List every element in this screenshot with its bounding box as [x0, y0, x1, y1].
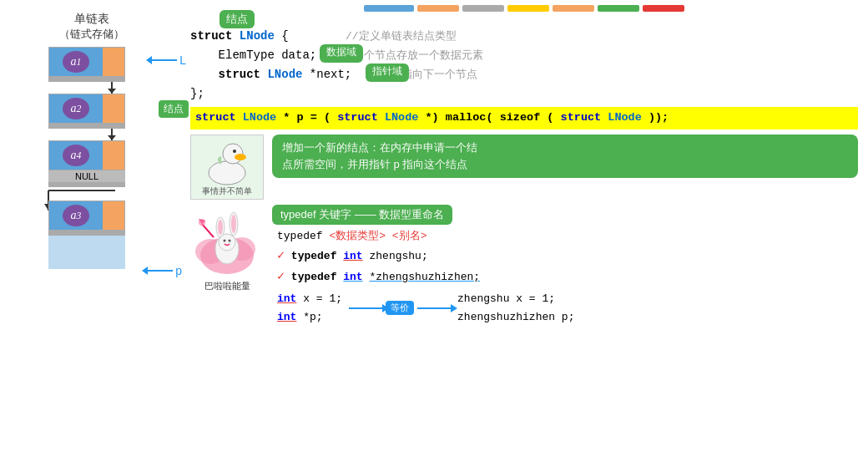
svg-point-17 [229, 239, 231, 241]
zhengshu-lines: zhengshu x = 1; zhengshuzhizhen p; [457, 290, 574, 327]
typedef-section: 巴啦啦能量 typedef 关键字 —— 数据型重命名 typedef <数据类… [190, 205, 858, 327]
right-panel: 结点 struct LNode { //定义单链表结点类型 ElemType d… [184, 0, 868, 457]
node-a1: a1 L [48, 47, 140, 77]
svg-point-15 [219, 234, 235, 251]
node-a3-label: a3 [63, 205, 89, 226]
zhengshu-line1: zhengshu x = 1; [457, 290, 574, 308]
node-a3: a3 [48, 201, 140, 231]
struct-line4: }; [190, 84, 858, 104]
svg-point-5 [235, 154, 246, 160]
bubble-shuju: 数据域 [320, 44, 363, 63]
title-line1: 单链表 [0, 12, 184, 27]
struct-line2: ElemType data; //每个节点存放一个数据元素 数据域 [190, 46, 858, 65]
linked-list-diagram: a1 L a2 [48, 47, 140, 269]
bar-green [598, 5, 639, 12]
top-bar [190, 5, 858, 12]
back-arrow [48, 187, 140, 201]
svg-point-6 [233, 150, 236, 153]
svg-line-18 [202, 224, 214, 237]
node-a1-label: a1 [63, 51, 89, 73]
int-lines-left: int x = 1; int *p; [277, 290, 342, 327]
equivalence-row: int x = 1; int *p; 等价 [277, 290, 858, 327]
rabbit-caption: 巴啦啦能量 [204, 280, 250, 292]
node-a4: a4 [48, 140, 140, 170]
panel-title: 单链表 （链式存储） [0, 12, 184, 42]
dengjiabadge: 等价 [386, 301, 414, 315]
node-a2: a2 结点 [48, 94, 140, 124]
duck-caption: 事情并不简单 [202, 185, 252, 199]
bar-blue [364, 5, 414, 12]
svg-point-20 [199, 219, 205, 226]
svg-point-14 [231, 215, 236, 233]
rabbit-svg [194, 206, 260, 279]
title-line2: （链式存储） [0, 27, 184, 42]
struct-line1: struct LNode { //定义单链表结点类型 [190, 27, 858, 46]
malloc-line: struct LNode * p = ( struct LNode *) mal… [190, 107, 858, 129]
bubble-zhizhen: 指针域 [366, 63, 409, 82]
typedef-header: typedef 关键字 —— 数据型重命名 [272, 205, 452, 225]
bar-red [643, 5, 684, 12]
equiv-arrow: 等价 [349, 301, 451, 315]
typedef-content: typedef 关键字 —— 数据型重命名 typedef <数据类型> <别名… [272, 205, 858, 327]
typedef-line2: ✓ typedef int *zhengshuzhizhen; [277, 267, 858, 288]
node-a4-label: a4 [63, 145, 89, 166]
rabbit-image [190, 205, 264, 280]
left-panel: 单链表 （链式存储） a1 L [0, 0, 184, 457]
struct-code: struct LNode { //定义单链表结点类型 ElemType data… [190, 17, 858, 104]
int-line1: int x = 1; [277, 290, 342, 308]
struct-line3: struct LNode *next; //指针指向下一个节点 指针域 [190, 65, 858, 84]
svg-point-4 [223, 144, 243, 164]
null-label: NULL [48, 170, 125, 182]
bar-gray [462, 5, 504, 12]
rabbit-area: 巴啦啦能量 [190, 205, 264, 292]
typedef-template-line: typedef <数据类型> <别名> [277, 228, 858, 243]
svg-point-13 [218, 220, 223, 235]
svg-point-16 [224, 239, 226, 241]
duck-image: 事情并不简单 [190, 135, 264, 200]
typedef-lines: ✓ typedef int zhengshu; ✓ typedef int *z… [277, 246, 858, 288]
bar-yellow [507, 5, 549, 12]
svg-point-3 [209, 161, 245, 185]
malloc-description: 增加一个新的结点：在内存中申请一个结 点所需空间，并用指针 p 指向这个结点 [272, 135, 858, 178]
label-p: p [148, 264, 182, 277]
label-L: L [152, 53, 186, 67]
bubble-jiedian: 结点 [220, 10, 255, 28]
malloc-desc-row: 事情并不简单 增加一个新的结点：在内存中申请一个结 点所需空间，并用指针 p 指… [190, 135, 858, 200]
struct-section: 结点 struct LNode { //定义单链表结点类型 ElemType d… [190, 17, 858, 104]
int-line2: int *p; [277, 308, 342, 327]
typedef-line1: ✓ typedef int zhengshu; [277, 246, 858, 267]
duck-svg [198, 135, 256, 185]
node-a2-label: a2 [63, 98, 89, 119]
zhengshu-line2: zhengshuzhizhen p; [457, 308, 574, 327]
bar-orange [417, 5, 459, 12]
bar-orange2 [553, 5, 594, 12]
